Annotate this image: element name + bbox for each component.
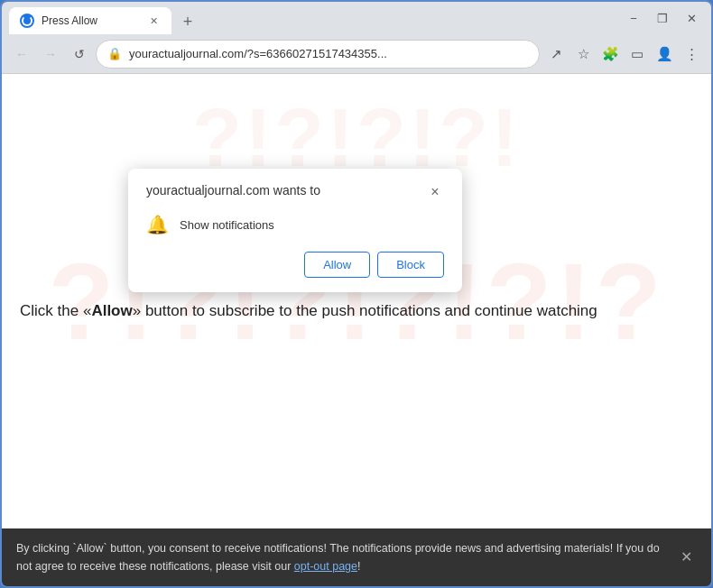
page-content: ?!?!?!?! ?!?!?!?!?!? Click the «Allow» b…	[2, 74, 711, 528]
notification-popup: youractualjournal.com wants to × 🔔 Show …	[128, 169, 462, 292]
browser-window: Press Allow ✕ + − ❐ ✕ ← → ↺ 🔒 youractual…	[0, 0, 713, 588]
minimize-button[interactable]: −	[621, 5, 646, 31]
reload-button[interactable]: ↺	[67, 41, 92, 67]
opt-out-link[interactable]: opt-out page	[294, 560, 357, 573]
allow-keyword: Allow	[91, 302, 132, 319]
block-button[interactable]: Block	[377, 252, 444, 278]
title-bar: Press Allow ✕ + − ❐ ✕	[2, 2, 711, 34]
notification-label: Show notifications	[180, 218, 274, 232]
split-view-icon[interactable]: ▭	[625, 41, 650, 67]
extensions-icon[interactable]: 🧩	[597, 41, 623, 67]
popup-body: 🔔 Show notifications	[146, 214, 444, 235]
tab-area: Press Allow ✕ +	[9, 2, 614, 34]
popup-close-button[interactable]: ×	[426, 183, 444, 201]
back-button[interactable]: ←	[9, 41, 34, 67]
bookmark-icon[interactable]: ☆	[570, 41, 596, 67]
share-icon[interactable]: ↗	[543, 41, 569, 67]
instruction-text: Click the «Allow» button to subscribe to…	[20, 299, 693, 323]
address-bar-input-wrap[interactable]: 🔒 youractualjournal.com/?s=6366027151743…	[96, 40, 540, 69]
tab-favicon	[20, 14, 34, 28]
allow-button[interactable]: Allow	[304, 252, 370, 278]
lock-icon: 🔒	[107, 47, 122, 60]
popup-title: youractualjournal.com wants to	[146, 183, 320, 198]
banner-text: By clicking `Allow` button, you consent …	[16, 539, 664, 575]
forward-button[interactable]: →	[38, 41, 63, 67]
window-controls: − ❐ ✕	[614, 5, 704, 31]
tab-title: Press Allow	[42, 14, 139, 27]
address-bar: ← → ↺ 🔒 youractualjournal.com/?s=6366027…	[2, 34, 711, 74]
menu-icon[interactable]: ⋮	[679, 41, 704, 67]
popup-buttons: Allow Block	[146, 252, 444, 278]
active-tab[interactable]: Press Allow ✕	[9, 7, 171, 34]
address-text: youractualjournal.com/?s=636602715174343…	[129, 47, 528, 60]
tab-close-button[interactable]: ✕	[146, 14, 161, 28]
bottom-banner: By clicking `Allow` button, you consent …	[2, 528, 711, 586]
toolbar-icons: ↗ ☆ 🧩 ▭ 👤 ⋮	[543, 41, 704, 67]
maximize-button[interactable]: ❐	[650, 5, 675, 31]
bell-icon: 🔔	[146, 214, 169, 235]
new-tab-button[interactable]: +	[175, 9, 200, 34]
profile-icon[interactable]: 👤	[652, 41, 677, 67]
banner-text-after: !	[357, 560, 360, 573]
close-button[interactable]: ✕	[679, 5, 704, 31]
banner-close-button[interactable]: ✕	[675, 547, 697, 568]
popup-header: youractualjournal.com wants to ×	[146, 183, 444, 201]
